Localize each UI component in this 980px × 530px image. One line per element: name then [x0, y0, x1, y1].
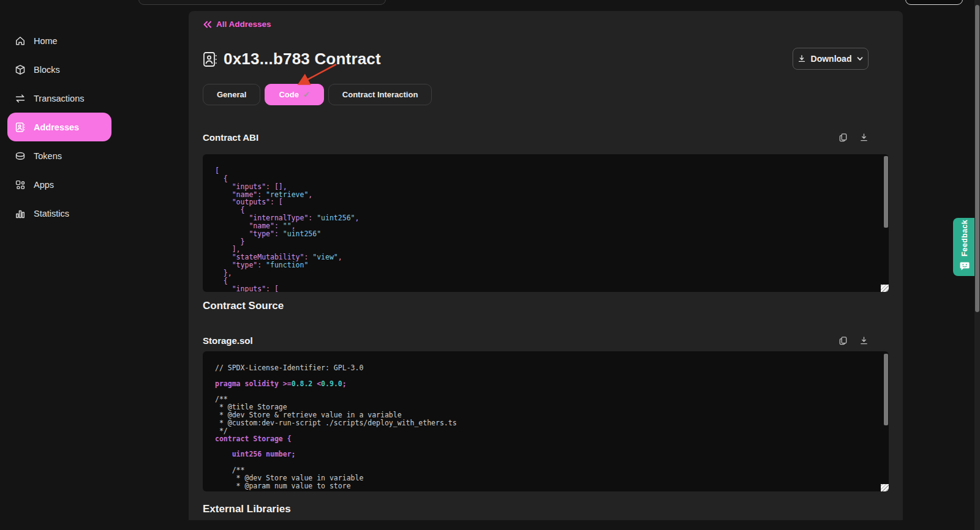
page-scrollbar[interactable]: [974, 0, 980, 530]
source-file-actions: [839, 336, 869, 345]
abi-code-scrollbar[interactable]: [884, 156, 888, 228]
contract-source-code[interactable]: // SPDX-License-Identifier: GPL-3.0 prag…: [203, 351, 889, 491]
tab-label: Code: [279, 90, 299, 99]
section-title-contract-abi: Contract ABI: [203, 132, 258, 143]
sidebar-item-home[interactable]: Home: [7, 26, 111, 55]
sidebar-item-label: Transactions: [34, 94, 84, 103]
feedback-smiley-icon: [960, 261, 970, 271]
checkmark-icon: ✓: [303, 90, 310, 99]
chevron-down-icon: [856, 55, 864, 62]
page: Home Blocks Transactions Addresses Token…: [0, 0, 980, 530]
address-contact-icon: [203, 51, 217, 67]
coin-icon: [15, 151, 26, 162]
source-file-name: Storage.sol: [203, 335, 253, 346]
source-code-scrollbar[interactable]: [884, 354, 888, 425]
sidebar-item-label: Statistics: [34, 209, 69, 218]
download-icon[interactable]: [859, 133, 869, 142]
page-scrollbar-thumb[interactable]: [975, 5, 979, 312]
bar-chart-icon: [15, 208, 26, 219]
sidebar-item-label: Apps: [34, 180, 54, 190]
abi-resize-grip[interactable]: [881, 285, 889, 292]
contract-abi-code[interactable]: [ { "inputs": [], "name": "retrieve", "o…: [203, 154, 889, 292]
storage-sol-source: // SPDX-License-Identifier: GPL-3.0 prag…: [203, 351, 889, 490]
copy-icon[interactable]: [839, 133, 848, 142]
sidebar-item-label: Addresses: [34, 122, 79, 132]
tab-contract-interaction[interactable]: Contract Interaction: [328, 84, 432, 105]
sidebar-item-transactions[interactable]: Transactions: [7, 84, 111, 113]
breadcrumb-label: All Addresses: [216, 20, 271, 29]
download-button[interactable]: Download: [793, 48, 869, 70]
tab-label: Contract Interaction: [342, 90, 418, 99]
tab-general[interactable]: General: [203, 84, 260, 105]
home-icon: [15, 35, 26, 47]
sidebar-item-statistics[interactable]: Statistics: [7, 199, 111, 228]
download-label: Download: [811, 54, 852, 64]
tab-label: General: [217, 90, 246, 99]
address-book-icon: [15, 122, 26, 133]
tab-bar: General Code✓ Contract Interaction: [203, 84, 432, 105]
source-resize-grip[interactable]: [881, 484, 889, 491]
feedback-label: Feedback: [960, 220, 969, 256]
main-panel: All Addresses 0x13...b783 Contract Downl…: [189, 11, 903, 520]
title-row: 0x13...b783 Contract: [203, 50, 381, 69]
cube-icon: [15, 64, 26, 75]
download-icon[interactable]: [859, 336, 869, 345]
double-chevron-left-icon: [203, 20, 212, 29]
transfer-arrows-icon: [15, 93, 26, 104]
copy-icon[interactable]: [839, 336, 848, 345]
section-title-external-libraries: External Libraries: [203, 503, 291, 515]
sidebar: Home Blocks Transactions Addresses Token…: [0, 0, 189, 530]
sidebar-nav: Home Blocks Transactions Addresses Token…: [7, 26, 111, 228]
contract-abi-header: Contract ABI: [203, 132, 889, 143]
page-title: 0x13...b783 Contract: [224, 50, 381, 69]
download-icon: [797, 54, 806, 63]
sidebar-item-addresses[interactable]: Addresses: [7, 113, 111, 141]
sidebar-item-tokens[interactable]: Tokens: [7, 141, 111, 170]
top-right-button[interactable]: [905, 0, 963, 5]
tab-code[interactable]: Code✓: [265, 84, 323, 105]
sidebar-item-apps[interactable]: Apps: [7, 170, 111, 199]
section-title-contract-source: Contract Source: [203, 300, 284, 312]
sidebar-item-label: Tokens: [34, 151, 62, 161]
breadcrumb-all-addresses[interactable]: All Addresses: [203, 20, 271, 29]
source-file-header: Storage.sol: [203, 335, 889, 346]
contract-abi-actions: [839, 133, 869, 142]
contract-abi-json: [ { "inputs": [], "name": "retrieve", "o…: [203, 154, 889, 292]
sidebar-item-label: Blocks: [34, 65, 60, 75]
sidebar-item-label: Home: [34, 36, 58, 46]
sidebar-item-blocks[interactable]: Blocks: [7, 55, 111, 84]
apps-grid-icon: [15, 179, 26, 190]
feedback-button[interactable]: Feedback: [953, 218, 976, 276]
